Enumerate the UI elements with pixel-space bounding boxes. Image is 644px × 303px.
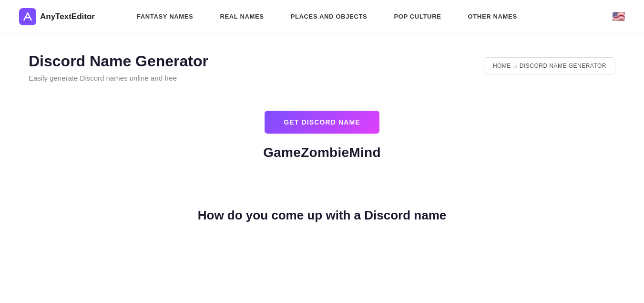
nav-item-real[interactable]: REAL NAMES xyxy=(206,13,277,20)
main-content: Discord Name Generator Easily generate D… xyxy=(0,33,644,242)
main-nav: FANTASY NAMES REAL NAMES PLACES AND OBJE… xyxy=(123,13,612,20)
breadcrumb-home[interactable]: HOME xyxy=(493,63,511,69)
page-title-area: Discord Name Generator Easily generate D… xyxy=(29,52,208,82)
nav-item-other[interactable]: OTHER NAMES xyxy=(455,13,531,20)
logo-link[interactable]: AnyTextEditor xyxy=(19,8,95,25)
logo-text: AnyTextEditor xyxy=(40,12,95,21)
nav-item-fantasy[interactable]: FANTASY NAMES xyxy=(123,13,206,20)
logo-icon xyxy=(19,8,36,25)
site-header: AnyTextEditor FANTASY NAMES REAL NAMES P… xyxy=(0,0,644,33)
generate-button[interactable]: GET DISCORD NAME xyxy=(265,111,379,134)
nav-item-popculture[interactable]: POP CULTURE xyxy=(380,13,454,20)
generator-section: GET DISCORD NAME GameZombieMind xyxy=(29,111,615,160)
svg-rect-0 xyxy=(19,8,36,25)
breadcrumb-separator: □ xyxy=(514,63,517,69)
bottom-heading: How do you come up with a Discord name xyxy=(198,208,447,223)
page-header: Discord Name Generator Easily generate D… xyxy=(29,52,615,82)
generated-name-output: GameZombieMind xyxy=(263,145,381,160)
page-title: Discord Name Generator xyxy=(29,52,208,70)
breadcrumb-current: DISCORD NAME GENERATOR xyxy=(520,63,606,69)
nav-item-places[interactable]: PLACES AND OBJECTS xyxy=(277,13,381,20)
bottom-section: How do you come up with a Discord name xyxy=(29,208,615,242)
language-selector[interactable]: 🇺🇸 xyxy=(612,10,625,23)
page-subtitle: Easily generate Discord names online and… xyxy=(29,74,208,82)
breadcrumb: HOME □ DISCORD NAME GENERATOR xyxy=(484,57,615,74)
